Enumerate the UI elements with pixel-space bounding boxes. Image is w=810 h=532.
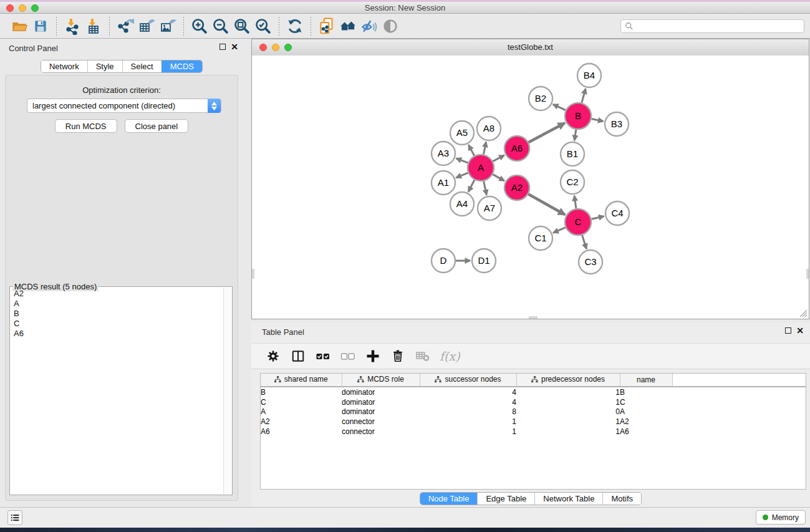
table-cell-filler xyxy=(672,427,806,437)
mcds-result-item[interactable]: A xyxy=(10,299,224,309)
resize-grip-icon[interactable] xyxy=(798,308,808,317)
table-row[interactable]: A2connector11A2 xyxy=(261,417,806,427)
graph-edge-B-B2[interactable] xyxy=(553,104,566,110)
float-table-panel-icon[interactable] xyxy=(785,327,791,334)
mcds-result-item[interactable]: C xyxy=(10,319,224,329)
import-table-icon[interactable] xyxy=(83,16,104,36)
graph-edge-C-C2[interactable] xyxy=(574,196,576,208)
zoom-selected-icon[interactable] xyxy=(253,16,274,36)
columns-icon[interactable] xyxy=(290,348,306,364)
graph-edge-A-A1[interactable] xyxy=(456,173,468,178)
add-column-icon[interactable] xyxy=(365,348,381,364)
graph-edge-A-A5[interactable] xyxy=(468,145,474,155)
column-header-successor-nodes[interactable]: successor nodes xyxy=(420,374,516,387)
close-table-panel-icon[interactable]: ✕ xyxy=(796,327,804,334)
hide-eye-icon[interactable] xyxy=(359,16,380,36)
zoom-out-icon[interactable] xyxy=(210,16,231,36)
mcds-result-item[interactable]: A6 xyxy=(10,329,224,339)
open-session-icon[interactable] xyxy=(9,16,30,36)
table-row[interactable]: Cdominator41C xyxy=(261,397,806,407)
tab-style[interactable]: Style xyxy=(87,60,122,72)
tab-select[interactable]: Select xyxy=(122,60,162,72)
table-cell: A2 xyxy=(620,417,672,427)
table-cell-filler xyxy=(672,417,806,427)
close-panel-icon[interactable]: ✕ xyxy=(231,44,238,50)
table-row[interactable]: Adominator80A xyxy=(261,407,806,417)
tab-mcds[interactable]: MCDS xyxy=(162,60,202,72)
graph-edge-A-A8[interactable] xyxy=(483,142,486,155)
close-panel-button[interactable]: Close panel xyxy=(125,119,189,133)
select-all-icon[interactable] xyxy=(315,348,331,364)
deselect-all-icon[interactable] xyxy=(340,348,356,364)
table-cell: 4 xyxy=(420,387,516,397)
graph-edge-B-B3[interactable] xyxy=(592,119,604,122)
import-network-icon[interactable] xyxy=(62,16,83,36)
tab-edge-table[interactable]: Edge Table xyxy=(477,493,534,505)
graph-node-label-C2: C2 xyxy=(566,177,578,187)
table-cell-filler xyxy=(672,407,806,417)
result-scrollbar[interactable] xyxy=(223,288,231,494)
tab-network[interactable]: Network xyxy=(41,60,87,72)
tab-network-table[interactable]: Network Table xyxy=(534,493,602,505)
graph-node-label-A3: A3 xyxy=(438,148,449,158)
table-row[interactable]: Bdominator41B xyxy=(261,387,806,397)
graph-edge-A-A2[interactable] xyxy=(493,175,504,181)
table-cell-filler xyxy=(672,387,806,397)
graph-edge-C-C3[interactable] xyxy=(582,235,587,249)
graph-node-label-D: D xyxy=(440,255,447,266)
export-table-icon[interactable] xyxy=(136,16,157,36)
gear-icon[interactable] xyxy=(265,348,281,364)
delete-column-icon[interactable] xyxy=(390,348,406,364)
float-panel-icon[interactable] xyxy=(219,44,226,50)
graph-edge-A6-B[interactable] xyxy=(529,123,565,142)
criterion-dropdown[interactable]: largest connected component (directed) xyxy=(27,99,221,113)
graph-node-label-C4: C4 xyxy=(611,208,623,218)
zoom-in-icon[interactable] xyxy=(189,16,210,36)
graph-node-label-C3: C3 xyxy=(584,256,596,267)
mcds-result-item[interactable]: A2 xyxy=(10,289,224,299)
graph-edge-A-A7[interactable] xyxy=(484,181,487,195)
task-history-button[interactable] xyxy=(7,510,22,525)
search-input[interactable] xyxy=(634,20,804,32)
graph-node-label-C1: C1 xyxy=(534,233,546,243)
tab-motifs[interactable]: Motifs xyxy=(602,493,641,505)
search-icon xyxy=(625,22,634,31)
column-header-name[interactable]: name xyxy=(620,374,672,387)
graph-edge-A-A6[interactable] xyxy=(493,155,504,162)
network-window-titlebar[interactable]: testGlobe.txt xyxy=(252,39,809,56)
column-header-predecessor-nodes[interactable]: predecessor nodes xyxy=(516,374,620,387)
table-cell: 1 xyxy=(516,427,620,437)
refresh-icon[interactable] xyxy=(284,16,306,36)
memory-button[interactable]: Memory xyxy=(756,510,806,525)
right-scrollbar-thumb[interactable] xyxy=(806,269,809,279)
clone-network-icon[interactable] xyxy=(316,16,337,36)
graph-edge-C-C4[interactable] xyxy=(591,216,604,219)
column-header-MCDS-role[interactable]: MCDS role xyxy=(342,374,420,387)
graph-edge-A-A4[interactable] xyxy=(468,180,475,192)
app-titlebar: Session: New Session xyxy=(0,0,810,14)
save-session-icon[interactable] xyxy=(30,16,51,36)
export-network-icon[interactable] xyxy=(115,16,136,36)
zoom-fit-icon[interactable] xyxy=(231,16,253,36)
graph-edge-A2-C[interactable] xyxy=(528,194,565,215)
graph-edge-B-B1[interactable] xyxy=(574,130,576,140)
export-image-icon[interactable] xyxy=(157,16,178,36)
network-canvas[interactable]: AA1A2A3A4A5A6A7A8BB1B2B3B4CC1C2C3C4DD1 xyxy=(252,56,809,319)
mcds-result-item[interactable]: B xyxy=(10,309,224,319)
network-graph[interactable]: AA1A2A3A4A5A6A7A8BB1B2B3B4CC1C2C3C4DD1 xyxy=(252,56,809,319)
run-mcds-button[interactable]: Run MCDS xyxy=(55,119,117,133)
tab-node-table[interactable]: Node Table xyxy=(420,493,478,505)
graph-edge-C-C1[interactable] xyxy=(553,228,566,233)
show-eye-icon[interactable] xyxy=(380,16,401,36)
graph-edge-B-B4[interactable] xyxy=(582,89,586,103)
graph-edge-A-A3[interactable] xyxy=(456,158,468,163)
column-header-shared-name[interactable]: shared name xyxy=(261,374,342,387)
home-icon[interactable] xyxy=(337,16,359,36)
bottom-scrollbar-thumb[interactable] xyxy=(529,316,538,319)
main-toolbar xyxy=(0,14,810,39)
table-row[interactable]: A6connector11A6 xyxy=(261,427,806,437)
mcds-result-box: MCDS result (5 nodes) A2ABCA6 xyxy=(9,286,233,495)
node-table[interactable]: shared nameMCDS rolesuccessor nodesprede… xyxy=(260,373,806,490)
table-toolbar: f(x) xyxy=(251,343,810,369)
left-scrollbar-thumb[interactable] xyxy=(252,269,254,279)
